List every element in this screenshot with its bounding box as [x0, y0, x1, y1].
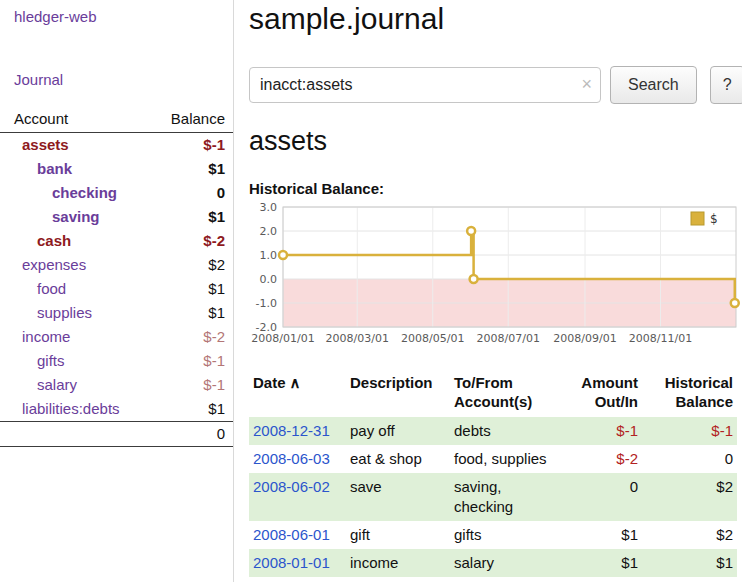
account-link-salary[interactable]: salary: [37, 373, 77, 397]
transaction-amount: $1: [560, 549, 642, 577]
svg-text:2008/11/01: 2008/11/01: [629, 332, 692, 345]
account-row: checking0: [0, 181, 233, 205]
help-button[interactable]: ?: [710, 66, 742, 104]
account-row: food$1: [0, 277, 233, 301]
account-link-supplies[interactable]: supplies: [37, 301, 92, 325]
transaction-balance: $-1: [642, 417, 737, 445]
transaction-description: income: [346, 549, 450, 577]
nav-journal-link[interactable]: Journal: [14, 71, 233, 88]
legend-label: $: [710, 212, 718, 226]
search-box: ×: [249, 67, 601, 103]
transaction-description: eat & shop: [346, 445, 450, 473]
svg-text:2008/09/01: 2008/09/01: [553, 332, 616, 345]
account-balance: $-1: [203, 133, 225, 157]
sort-ascending-icon[interactable]: ∧: [290, 374, 301, 391]
account-balance: $1: [208, 205, 225, 229]
account-row: expenses$2: [0, 253, 233, 277]
svg-text:2008/01/01: 2008/01/01: [251, 332, 314, 345]
transaction-balance: $2: [642, 521, 737, 549]
account-balance: $-1: [203, 349, 225, 373]
clear-search-icon[interactable]: ×: [581, 74, 592, 94]
main-content: sample.journal × Search ? assets Histori…: [234, 0, 742, 582]
transaction-balance: $2: [642, 473, 737, 521]
account-heading: assets: [249, 126, 742, 157]
legend-swatch: [691, 212, 704, 225]
transaction-date-cell: 2008-06-02: [249, 473, 346, 521]
date-column-header[interactable]: Date∧: [249, 371, 346, 417]
account-row: liabilities:debts$1: [0, 397, 233, 421]
data-point-marker: [467, 227, 475, 235]
account-balance: $2: [208, 253, 225, 277]
account-balance: $1: [208, 277, 225, 301]
account-balance: $1: [208, 157, 225, 181]
transaction-description: gift: [346, 521, 450, 549]
page-title: sample.journal: [249, 2, 742, 36]
accounts-column-header: To/From Account(s): [450, 371, 560, 417]
transaction-date-cell: 2008-12-31: [249, 417, 346, 445]
account-link-bank[interactable]: bank: [37, 157, 72, 181]
transaction-date-link[interactable]: 2008-06-02: [253, 478, 330, 495]
transaction-row: 2008-12-31pay offdebts$-1$-1: [249, 417, 737, 445]
chart-title: Historical Balance:: [249, 180, 742, 197]
account-balance: $-1: [203, 373, 225, 397]
register-table-header: Date∧ Description To/From Account(s) Amo…: [249, 371, 737, 417]
search-input[interactable]: [249, 67, 601, 103]
transaction-amount: $-2: [560, 445, 642, 473]
account-link-income[interactable]: income: [22, 325, 70, 349]
account-row: supplies$1: [0, 301, 233, 325]
account-link-gifts[interactable]: gifts: [37, 349, 65, 373]
svg-text:1.0: 1.0: [260, 249, 278, 262]
transaction-accounts: debts: [450, 417, 560, 445]
accounts-total-value: 0: [217, 425, 225, 442]
hledger-web-app: hledger-web Journal Account Balance asse…: [0, 0, 742, 582]
transaction-row: 2008-06-02savesaving, checking0$2: [249, 473, 737, 521]
account-balance: $1: [208, 301, 225, 325]
search-button[interactable]: Search: [610, 66, 697, 104]
account-link-checking[interactable]: checking: [52, 181, 117, 205]
transaction-amount: $1: [560, 521, 642, 549]
account-link-food[interactable]: food: [37, 277, 66, 301]
search-bar: × Search ?: [249, 66, 742, 104]
data-point-marker: [279, 251, 287, 259]
account-row: gifts$-1: [0, 349, 233, 373]
account-balance: $-2: [203, 325, 225, 349]
svg-text:0.0: 0.0: [260, 273, 278, 286]
data-point-marker: [731, 299, 739, 307]
svg-text:2008/07/01: 2008/07/01: [477, 332, 540, 345]
register-table: Date∧ Description To/From Account(s) Amo…: [249, 371, 737, 577]
account-link-liabilities-debts[interactable]: liabilities:debts: [22, 397, 120, 421]
accounts-total-row: 0: [0, 421, 233, 447]
account-row: salary$-1: [0, 373, 233, 397]
register-table-body: 2008-12-31pay offdebts$-1$-12008-06-03ea…: [249, 417, 737, 577]
accounts-table-header: Account Balance: [0, 110, 233, 133]
account-link-saving[interactable]: saving: [52, 205, 100, 229]
accounts-table: Account Balance assets$-1bank$1checking0…: [0, 110, 233, 447]
account-link-assets[interactable]: assets: [22, 133, 69, 157]
transaction-row: 2008-01-01incomesalary$1$1: [249, 549, 737, 577]
svg-text:-1.0: -1.0: [256, 297, 277, 310]
transaction-date-link[interactable]: 2008-12-31: [253, 422, 330, 439]
transaction-accounts: food, supplies: [450, 445, 560, 473]
account-balance: $-2: [203, 229, 225, 253]
account-balance: 0: [217, 181, 225, 205]
svg-text:2008/03/01: 2008/03/01: [326, 332, 389, 345]
svg-text:2.0: 2.0: [260, 225, 278, 238]
transaction-date-link[interactable]: 2008-06-03: [253, 450, 330, 467]
balance-column-header: Balance: [171, 110, 225, 127]
date-column-label: Date: [253, 374, 286, 391]
transaction-date-link[interactable]: 2008-01-01: [253, 554, 330, 571]
description-column-header: Description: [346, 371, 450, 417]
svg-text:3.0: 3.0: [260, 201, 278, 214]
account-link-cash[interactable]: cash: [37, 229, 71, 253]
app-title-link[interactable]: hledger-web: [14, 8, 233, 25]
account-link-expenses[interactable]: expenses: [22, 253, 86, 277]
transaction-row: 2008-06-03eat & shopfood, supplies$-20: [249, 445, 737, 473]
historical-balance-chart: 3.02.01.00.0-1.0-2.02008/01/012008/03/01…: [249, 201, 741, 351]
transaction-date-link[interactable]: 2008-06-01: [253, 526, 330, 543]
historical-balance-column-header: Historical Balance: [642, 371, 737, 417]
transaction-accounts: saving, checking: [450, 473, 560, 521]
transaction-date-cell: 2008-06-03: [249, 445, 346, 473]
account-row: income$-2: [0, 325, 233, 349]
sidebar: hledger-web Journal Account Balance asse…: [0, 0, 234, 582]
account-row: assets$-1: [0, 133, 233, 157]
